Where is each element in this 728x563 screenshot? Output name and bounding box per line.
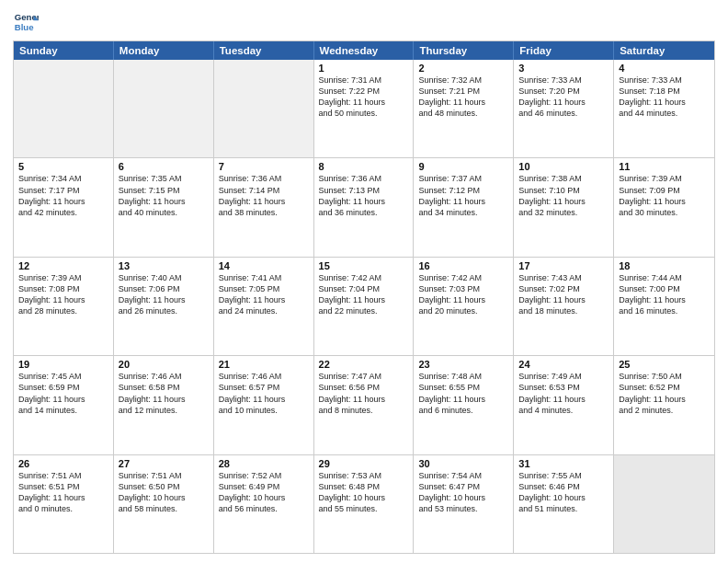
day-number: 27 — [119, 458, 209, 469]
cell-line: and 40 minutes. — [119, 207, 209, 218]
cal-cell-r1c6: 11Sunrise: 7:39 AMSunset: 7:09 PMDayligh… — [614, 158, 714, 256]
cell-line: Sunrise: 7:47 AM — [319, 371, 409, 382]
day-number: 29 — [319, 458, 409, 469]
cell-line: and 53 minutes. — [418, 503, 508, 514]
page-header: General Blue — [13, 9, 715, 35]
cell-line: and 6 minutes. — [418, 405, 508, 416]
cell-line: Sunrise: 7:36 AM — [319, 173, 409, 184]
cell-line: and 51 minutes. — [518, 503, 609, 514]
cell-line: Daylight: 11 hours — [119, 196, 209, 207]
cell-line: Sunrise: 7:45 AM — [18, 371, 108, 382]
cell-line: Daylight: 11 hours — [619, 294, 710, 305]
calendar-header: SundayMondayTuesdayWednesdayThursdayFrid… — [14, 41, 714, 60]
cell-line: and 20 minutes. — [418, 305, 508, 316]
cell-line: Sunset: 6:51 PM — [18, 481, 108, 492]
cal-cell-r1c2: 7Sunrise: 7:36 AMSunset: 7:14 PMDaylight… — [214, 158, 314, 256]
logo-icon: General Blue — [13, 9, 39, 35]
cell-line: Daylight: 11 hours — [219, 294, 309, 305]
cell-line: Sunset: 7:18 PM — [619, 86, 710, 97]
cal-cell-r4c6 — [614, 455, 714, 553]
cell-line: Sunset: 6:57 PM — [219, 382, 309, 393]
cell-line: Sunrise: 7:32 AM — [418, 75, 508, 86]
cal-cell-r2c1: 13Sunrise: 7:40 AMSunset: 7:06 PMDayligh… — [114, 258, 214, 355]
cell-line: Sunset: 6:53 PM — [518, 382, 609, 393]
cell-line: and 28 minutes. — [18, 305, 108, 316]
cell-line: Sunset: 7:05 PM — [219, 283, 309, 294]
cell-line: Sunrise: 7:53 AM — [319, 470, 409, 481]
cell-line: Daylight: 11 hours — [18, 294, 108, 305]
cal-cell-r1c4: 9Sunrise: 7:37 AMSunset: 7:12 PMDaylight… — [414, 158, 514, 256]
cell-line: Sunset: 7:04 PM — [319, 283, 409, 294]
cal-cell-r4c3: 29Sunrise: 7:53 AMSunset: 6:48 PMDayligh… — [314, 455, 415, 553]
cal-cell-r0c0 — [14, 60, 114, 157]
day-number: 15 — [319, 260, 409, 271]
logo: General Blue — [13, 9, 39, 35]
cell-line: Sunset: 7:00 PM — [619, 283, 710, 294]
cell-line: and 26 minutes. — [119, 305, 209, 316]
day-number: 7 — [219, 161, 309, 172]
cal-cell-r0c6: 4Sunrise: 7:33 AMSunset: 7:18 PMDaylight… — [614, 60, 714, 157]
cell-line: and 0 minutes. — [18, 503, 108, 514]
cell-line: Sunrise: 7:39 AM — [619, 173, 710, 184]
cell-line: and 10 minutes. — [219, 405, 309, 416]
cal-cell-r2c0: 12Sunrise: 7:39 AMSunset: 7:08 PMDayligh… — [14, 258, 114, 355]
cell-line: Sunrise: 7:39 AM — [18, 272, 108, 283]
day-number: 5 — [18, 161, 108, 172]
header-cell-wednesday: Wednesday — [314, 41, 415, 60]
cell-line: Sunrise: 7:48 AM — [418, 371, 508, 382]
day-number: 1 — [319, 63, 409, 74]
day-number: 28 — [219, 458, 309, 469]
cell-line: Sunrise: 7:44 AM — [619, 272, 710, 283]
cell-line: Sunrise: 7:42 AM — [319, 272, 409, 283]
cell-line: Daylight: 10 hours — [119, 492, 209, 503]
day-number: 21 — [219, 359, 309, 370]
day-number: 8 — [319, 161, 409, 172]
cell-line: Sunrise: 7:46 AM — [219, 371, 309, 382]
header-cell-saturday: Saturday — [614, 41, 714, 60]
cal-cell-r4c4: 30Sunrise: 7:54 AMSunset: 6:47 PMDayligh… — [414, 455, 514, 553]
cell-line: Sunset: 7:03 PM — [418, 283, 508, 294]
cell-line: Sunset: 7:02 PM — [518, 283, 609, 294]
cell-line: and 4 minutes. — [518, 405, 609, 416]
cell-line: Daylight: 11 hours — [619, 97, 710, 108]
cell-line: Daylight: 11 hours — [518, 394, 609, 405]
cell-line: Daylight: 11 hours — [418, 196, 508, 207]
cell-line: Daylight: 11 hours — [518, 196, 609, 207]
cell-line: Sunrise: 7:52 AM — [219, 470, 309, 481]
cell-line: and 22 minutes. — [319, 305, 409, 316]
cell-line: Sunrise: 7:46 AM — [119, 371, 209, 382]
day-number: 23 — [418, 359, 508, 370]
cell-line: Sunset: 7:06 PM — [119, 283, 209, 294]
day-number: 12 — [18, 260, 108, 271]
cell-line: Sunrise: 7:34 AM — [18, 173, 108, 184]
cell-line: and 48 minutes. — [418, 108, 508, 119]
cell-line: Sunset: 6:48 PM — [319, 481, 409, 492]
cell-line: Sunset: 7:22 PM — [319, 86, 409, 97]
header-cell-thursday: Thursday — [414, 41, 514, 60]
cell-line: and 8 minutes. — [319, 405, 409, 416]
cell-line: Sunrise: 7:31 AM — [319, 75, 409, 86]
cal-cell-r3c0: 19Sunrise: 7:45 AMSunset: 6:59 PMDayligh… — [14, 356, 114, 454]
cell-line: Sunrise: 7:40 AM — [119, 272, 209, 283]
cell-line: Sunset: 6:46 PM — [518, 481, 609, 492]
cell-line: and 46 minutes. — [518, 108, 609, 119]
cell-line: Sunrise: 7:54 AM — [418, 470, 508, 481]
cal-cell-r3c6: 25Sunrise: 7:50 AMSunset: 6:52 PMDayligh… — [614, 356, 714, 454]
cell-line: and 56 minutes. — [219, 503, 309, 514]
day-number: 13 — [119, 260, 209, 271]
day-number: 3 — [518, 63, 609, 74]
day-number: 10 — [518, 161, 609, 172]
cell-line: Daylight: 11 hours — [219, 196, 309, 207]
day-number: 6 — [119, 161, 209, 172]
cell-line: and 44 minutes. — [619, 108, 710, 119]
day-number: 19 — [18, 359, 108, 370]
cell-line: and 34 minutes. — [418, 207, 508, 218]
cal-cell-r4c0: 26Sunrise: 7:51 AMSunset: 6:51 PMDayligh… — [14, 455, 114, 553]
cell-line: Daylight: 11 hours — [518, 294, 609, 305]
cell-line: and 30 minutes. — [619, 207, 710, 218]
cal-cell-r1c1: 6Sunrise: 7:35 AMSunset: 7:15 PMDaylight… — [114, 158, 214, 256]
cal-cell-r4c2: 28Sunrise: 7:52 AMSunset: 6:49 PMDayligh… — [214, 455, 314, 553]
cell-line: Sunrise: 7:35 AM — [119, 173, 209, 184]
day-number: 16 — [418, 260, 508, 271]
svg-text:Blue: Blue — [15, 22, 34, 32]
